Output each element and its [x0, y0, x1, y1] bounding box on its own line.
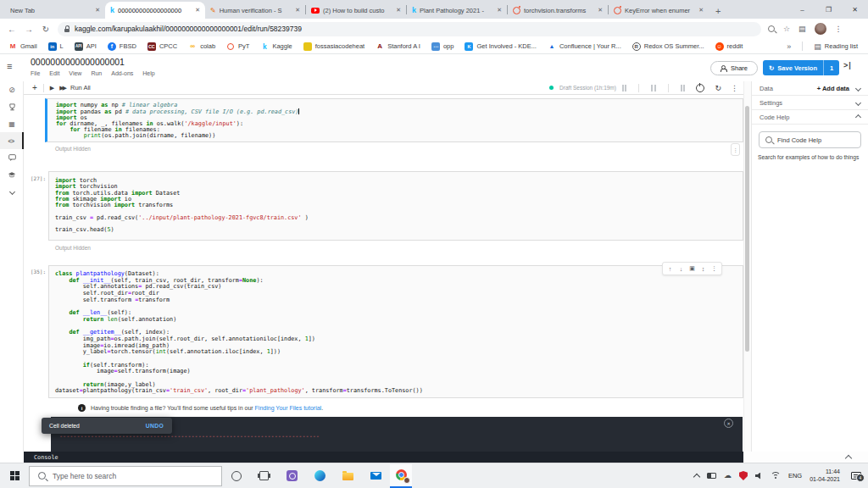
reload-icon[interactable]: ↻ [37, 25, 54, 34]
reading-list-icon[interactable]: ▤ [798, 25, 806, 33]
cortana-button[interactable] [222, 463, 250, 488]
browser-menu-icon[interactable]: ⋮ [835, 25, 843, 33]
bookmarks-overflow-icon[interactable]: » [787, 42, 791, 51]
add-cell-button[interactable]: + [32, 83, 37, 92]
add-data-button[interactable]: + Add data [817, 85, 849, 92]
profile-avatar[interactable] [815, 23, 826, 35]
tab-close-icon[interactable]: ✕ [598, 7, 603, 14]
display-icon[interactable] [707, 473, 716, 479]
tab-new-tab[interactable]: New Tab ✕ [5, 2, 105, 19]
nav-more[interactable] [0, 183, 24, 200]
hamburger-menu-icon[interactable]: ≡ [7, 61, 12, 71]
bookmark-stanford[interactable]: AStanford A I [376, 42, 420, 51]
nav-learn[interactable] [0, 166, 24, 183]
menu-run[interactable]: Run [91, 70, 102, 76]
save-version-button[interactable]: ↻Save Version [763, 60, 823, 75]
minimize-button[interactable]: – [789, 0, 815, 19]
reading-list-button[interactable]: ▤Reading list [814, 42, 858, 51]
run-all-icon[interactable]: ▶▶ [59, 85, 65, 92]
notification-center-icon[interactable]: 4 [851, 472, 861, 480]
menu-file[interactable]: File [31, 70, 40, 76]
chrome-button[interactable] [390, 464, 412, 488]
undo-button[interactable]: UNDO [146, 423, 164, 429]
tab-keyerror[interactable]: KeyError when enumer ✕ [609, 2, 709, 19]
code-help-search-input[interactable]: Find Code Help [759, 131, 861, 148]
bookmark-colab[interactable]: ∞colab [188, 42, 215, 51]
tab-close-icon[interactable]: ✕ [497, 7, 502, 14]
chevron-down-icon[interactable] [855, 85, 861, 91]
tab-torchvision[interactable]: torchvision.transforms ✕ [508, 2, 608, 19]
antivirus-shield-icon[interactable] [739, 471, 748, 480]
restart-session-icon[interactable]: ↻ [715, 84, 721, 92]
tab-close-icon[interactable]: ✕ [295, 7, 300, 14]
url-input[interactable]: kaggle.com/karupakulaakhil/0000000000000… [58, 22, 761, 36]
tab-youtube[interactable]: (2) How to build custo ✕ [306, 2, 406, 19]
back-icon[interactable]: ← [3, 25, 20, 34]
wifi-icon[interactable] [771, 472, 781, 480]
nav-datasets[interactable]: ▦ [0, 115, 24, 132]
code-editor[interactable]: import torchimport torchvisionfrom torch… [49, 172, 743, 234]
move-cell-up-icon[interactable]: ↑ [665, 266, 676, 272]
finding-files-link[interactable]: Finding Your Files tutorial [255, 405, 322, 411]
output-hidden-label[interactable]: Output Hidden [55, 146, 91, 152]
hidden-icons-chevron[interactable] [693, 473, 700, 480]
code-help-panel-header[interactable]: Code Help [752, 110, 868, 125]
tab-plant-pathology[interactable]: k Plant Pathology 2021 - ✕ [407, 2, 507, 19]
copy-cell-icon[interactable]: ▣ [687, 265, 698, 272]
collapse-panel-icon[interactable]: >| [843, 61, 852, 69]
tab-close-icon[interactable]: ✕ [698, 7, 704, 14]
taskbar-search-input[interactable]: Type here to search [29, 466, 222, 486]
code-cell-2[interactable]: import torchimport torchvisionfrom torch… [48, 171, 743, 241]
run-all-label[interactable]: Run All [70, 84, 91, 92]
new-tab-button[interactable]: + [715, 6, 721, 16]
bookmark-fbsd[interactable]: fFBSD [108, 42, 136, 51]
whatsapp-button[interactable] [278, 463, 306, 488]
bookmark-opp[interactable]: ⋯opp [431, 42, 454, 51]
bookmark-confluence[interactable]: ▲Confluence | Your R... [548, 42, 621, 51]
scrollbar-thumb[interactable] [745, 106, 749, 352]
menu-view[interactable]: View [69, 70, 81, 76]
bookmark-redox[interactable]: RRedox OS Summer... [632, 42, 704, 51]
code-editor[interactable]: class plantpathology(Dataset): def __ini… [49, 266, 743, 395]
tab-close-icon[interactable]: ✕ [396, 7, 401, 14]
move-cell-down-icon[interactable]: ↓ [676, 266, 687, 272]
clock[interactable]: 11:44 01-04-2021 [810, 469, 840, 483]
chevron-up-icon[interactable] [855, 114, 861, 119]
data-panel-header[interactable]: Data + Add data [752, 81, 868, 96]
onedrive-cloud-icon[interactable]: ☁ [724, 472, 732, 480]
close-button[interactable]: ✕ [842, 0, 868, 19]
bookmark-pytorch[interactable]: PyT [226, 42, 249, 51]
cpu-gauge-icon[interactable] [622, 85, 627, 92]
menu-edit[interactable]: Edit [49, 70, 59, 76]
share-button[interactable]: Share [710, 61, 758, 75]
bookmark-reddit[interactable]: ☺reddit [715, 42, 743, 51]
close-output-icon[interactable]: ✕ [724, 419, 733, 428]
tab-human-verification[interactable]: ✎ Human verification - S ✕ [205, 2, 305, 19]
bookmark-star-icon[interactable]: ☆ [783, 25, 790, 33]
chevron-down-icon[interactable] [855, 99, 861, 105]
expand-console-icon[interactable] [845, 455, 852, 462]
disk-gauge-icon[interactable] [681, 85, 686, 92]
notebook-title[interactable]: 0000000000000000001 [31, 57, 125, 67]
file-explorer-button[interactable] [334, 463, 362, 488]
nav-explore[interactable]: ⊘ [0, 81, 24, 98]
output-hidden-label[interactable]: Output Hidden [55, 245, 91, 251]
mail-button[interactable] [362, 463, 390, 488]
cell-menu-icon[interactable]: ⋮ [709, 265, 720, 272]
menu-addons[interactable]: Add-ons [111, 70, 133, 76]
nav-competitions[interactable] [0, 98, 24, 115]
power-icon[interactable] [696, 84, 704, 92]
language-indicator[interactable]: ENG [788, 472, 802, 480]
maximize-button[interactable]: ❐ [815, 0, 842, 19]
bookmark-kde[interactable]: KGet Involved - KDE... [465, 42, 536, 51]
edge-button[interactable] [306, 463, 334, 488]
speaker-icon[interactable] [755, 473, 763, 480]
code-editor[interactable]: import numpy as np # linear algebraimpor… [47, 99, 743, 140]
run-cell-icon[interactable]: ▶ [50, 85, 54, 92]
tab-close-icon[interactable]: ✕ [95, 7, 100, 14]
bookmark-kaggle[interactable]: kKaggle [260, 42, 292, 51]
bookmark-gmail[interactable]: MGmail [8, 42, 37, 51]
console-bar[interactable]: Console [24, 452, 743, 463]
bookmark-fossasia[interactable]: fossasiacodeheat [303, 42, 364, 51]
code-cell-1[interactable]: import numpy as np # linear algebraimpor… [45, 98, 743, 142]
